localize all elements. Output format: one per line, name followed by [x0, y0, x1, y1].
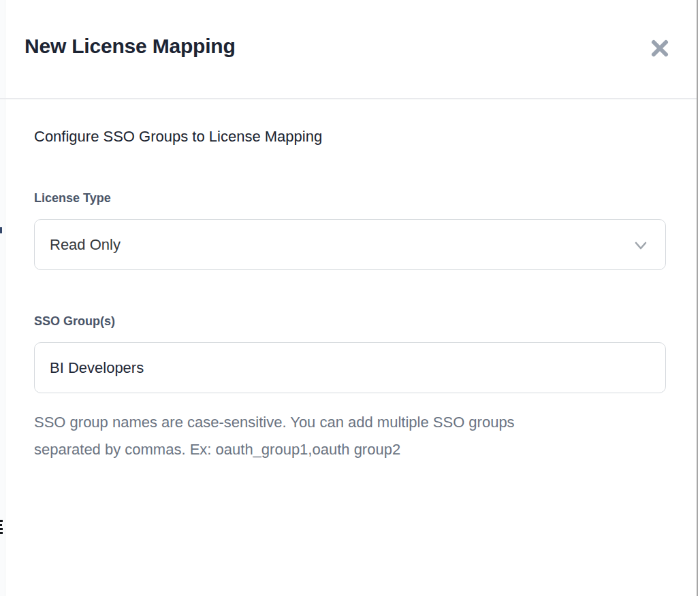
- help-line: SSO group names are case-sensitive. You …: [34, 409, 620, 436]
- modal-title: New License Mapping: [25, 34, 236, 59]
- license-type-selected-value: Read Only: [50, 236, 633, 254]
- close-icon: [650, 38, 670, 59]
- window-edge-line: [697, 0, 698, 596]
- background-artifact: [0, 528, 3, 530]
- help-line: separated by commas. Ex: oauth_group1,oa…: [34, 436, 620, 463]
- header-divider: [0, 98, 697, 99]
- background-page-edge: [0, 0, 5, 596]
- background-artifact: [0, 524, 2, 526]
- modal-description: Configure SSO Groups to License Mapping: [34, 127, 322, 147]
- sso-groups-help-text: SSO group names are case-sensitive. You …: [34, 409, 620, 463]
- background-artifact: [0, 227, 2, 233]
- chevron-down-icon: [633, 237, 649, 253]
- close-button[interactable]: [648, 37, 671, 60]
- background-artifact: [0, 532, 3, 534]
- sso-groups-label: SSO Group(s): [34, 313, 115, 329]
- license-type-label: License Type: [34, 190, 111, 206]
- sso-groups-input[interactable]: [34, 342, 666, 393]
- license-type-select[interactable]: Read Only: [34, 219, 666, 270]
- background-artifact: [0, 520, 3, 522]
- license-mapping-modal: New License Mapping Configure SSO Groups…: [0, 0, 700, 596]
